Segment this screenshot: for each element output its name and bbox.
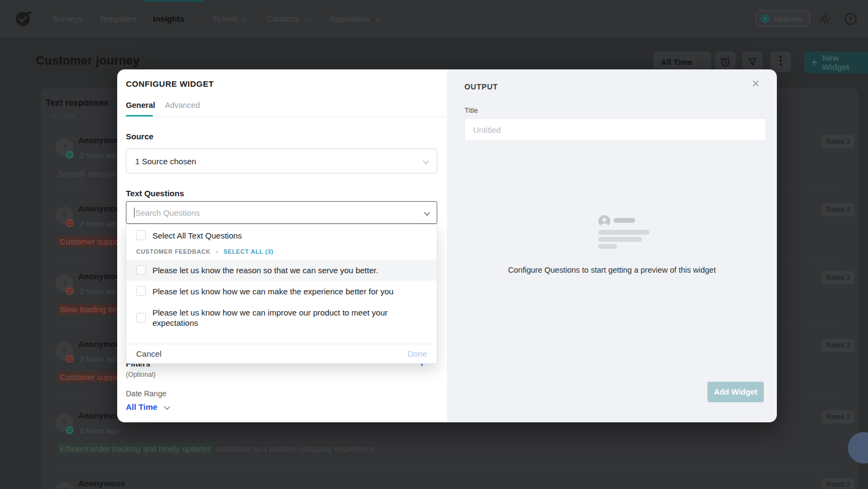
rating-badge: Rated 2: [822, 410, 854, 423]
rating-badge: Rated 2: [822, 203, 854, 216]
nav-item-reputation[interactable]: Reputation: [330, 14, 369, 23]
response-time: 2 hours ago: [80, 287, 118, 295]
sentiment-positive-icon: [66, 151, 74, 159]
filters-optional-note: (Optional): [126, 371, 156, 378]
chevron-down-icon: [424, 209, 430, 215]
skeleton-bar: [598, 230, 649, 235]
rating-badge: Rated 2: [822, 271, 854, 284]
checkbox[interactable]: [136, 230, 146, 240]
widget-title-input[interactable]: [464, 118, 766, 141]
response-text: Customer support: [58, 372, 126, 382]
nav-item-insights[interactable]: Insights: [153, 14, 184, 23]
row-divider: [55, 466, 834, 466]
select-all-label: Select All Text Questions: [152, 230, 242, 241]
funnel-icon: [747, 56, 758, 67]
skeleton-bar: [614, 218, 635, 223]
response-time: 2 hours ago: [80, 151, 118, 159]
upgrade-button[interactable]: ↑ Upgrade: [756, 10, 810, 27]
source-select[interactable]: 1 Source chosen: [126, 149, 437, 173]
questions-dropdown: Select All Text Questions CUSTOMER FEEDB…: [126, 224, 437, 364]
group-name: CUSTOMER FEEDBACK: [136, 248, 210, 255]
rating-badge: Rated 2: [822, 135, 854, 148]
empty-state-caption: Configure Questions to start getting a p…: [447, 266, 777, 274]
output-heading: OUTPUT: [464, 82, 498, 91]
nav-item-contacts[interactable]: Contacts: [267, 14, 299, 23]
question-option-label: Please let us know how we can make the e…: [152, 286, 393, 297]
skeleton-avatar-icon: [598, 215, 610, 227]
tab-general[interactable]: General: [126, 101, 155, 110]
date-range-value: All Time: [126, 402, 157, 411]
output-panel: OUTPUT × Title Configure Questions to st…: [447, 69, 777, 422]
new-widget-button[interactable]: + New Widget: [804, 52, 868, 73]
upgrade-arrow-icon: ↑: [761, 14, 770, 23]
question-option[interactable]: Please let us know how we can make the e…: [126, 281, 437, 302]
skeleton-bar: [598, 237, 642, 242]
questions-search-combobox[interactable]: [126, 201, 437, 224]
question-option[interactable]: Please let us know how we can improve ou…: [126, 302, 437, 335]
question-option-label: Please let us know how we can improve ou…: [152, 307, 407, 328]
checkbox[interactable]: [136, 265, 146, 275]
rating-badge: Rated 2: [822, 339, 854, 352]
page-title: Customer journey: [36, 54, 139, 68]
help-icon[interactable]: ?: [844, 12, 857, 25]
done-button[interactable]: Done: [407, 349, 427, 358]
source-label: Source: [126, 132, 154, 141]
page-date-filter-label: All Time: [661, 57, 692, 67]
settings-gear-icon[interactable]: [818, 12, 831, 25]
chevron-down-icon: [187, 16, 193, 22]
dropdown-footer: Cancel Done: [126, 344, 437, 363]
response-text: Customer support: [58, 237, 126, 246]
configure-panel: CONFIGURE WIDGET General Advanced Source…: [117, 69, 447, 422]
page-title-chevron-icon[interactable]: [146, 57, 154, 65]
date-range-label: Date Range: [126, 389, 167, 398]
dropdown-spacer: [126, 335, 437, 344]
checkbox[interactable]: [136, 286, 146, 296]
sentiment-negative-icon: [66, 219, 74, 227]
nav-item-templates[interactable]: Templates: [99, 14, 136, 23]
panel-date-filter[interactable]: All Time: [50, 112, 85, 120]
response-time: 2 hours ago: [80, 355, 118, 363]
sentiment-positive-icon: [66, 426, 74, 434]
response-text: Slow loading time: [58, 305, 126, 314]
panel-heading: Text responses: [46, 98, 108, 108]
new-widget-label: New Widget: [822, 53, 868, 72]
dot-separator: •: [216, 248, 218, 255]
upgrade-label: Upgrade: [774, 15, 802, 23]
widget-title-label: Title: [464, 106, 478, 114]
source-select-value: 1 Source chosen: [135, 157, 196, 166]
nav-item-tickets[interactable]: Tickets: [212, 14, 238, 23]
text-cursor: [134, 208, 135, 217]
tabs-divider: [117, 117, 447, 117]
chevron-down-icon: [375, 16, 381, 22]
surveysparrow-logo-icon[interactable]: [14, 9, 33, 28]
plus-icon: +: [812, 57, 818, 68]
top-nav: Surveys Templates Insights Tickets Conta…: [0, 0, 868, 37]
cancel-button[interactable]: Cancel: [136, 349, 162, 358]
panel-date-filter-label: All Time: [50, 112, 76, 120]
text-questions-label: Text Questions: [126, 189, 184, 198]
chevron-down-icon: [241, 16, 247, 22]
nav-item-surveys[interactable]: Surveys: [53, 14, 82, 23]
chevron-down-icon: [423, 158, 429, 164]
question-option[interactable]: Please let us know the reason so that we…: [126, 260, 437, 281]
response-text: Efficient order tracking and timely upda…: [58, 444, 376, 453]
close-icon[interactable]: ×: [752, 77, 760, 90]
checkbox[interactable]: [136, 313, 146, 323]
tab-advanced[interactable]: Advanced: [165, 101, 200, 110]
group-select-all-link[interactable]: SELECT ALL (3): [224, 248, 273, 255]
modal-title: CONFIGURE WIDGET: [126, 79, 214, 88]
alarm-clock-icon: [720, 56, 731, 67]
respondent-name: Anonymous: [78, 479, 125, 488]
date-range-select[interactable]: All Time: [126, 402, 169, 412]
question-option-label: Please let us know the reason so that we…: [152, 265, 378, 275]
active-tab-indicator: [145, 0, 203, 2]
select-all-option[interactable]: Select All Text Questions: [126, 224, 437, 246]
questions-search-input[interactable]: [135, 208, 425, 217]
question-group-header: CUSTOMER FEEDBACK • SELECT ALL (3): [126, 246, 437, 260]
sentiment-negative-icon: [66, 287, 74, 295]
rating-badge: Rated 2: [822, 478, 854, 489]
response-time: 2 hours ago: [80, 220, 118, 228]
configure-widget-modal: CONFIGURE WIDGET General Advanced Source…: [117, 69, 777, 422]
more-options-button[interactable]: [770, 52, 791, 72]
add-widget-button[interactable]: Add Widget: [707, 382, 764, 402]
